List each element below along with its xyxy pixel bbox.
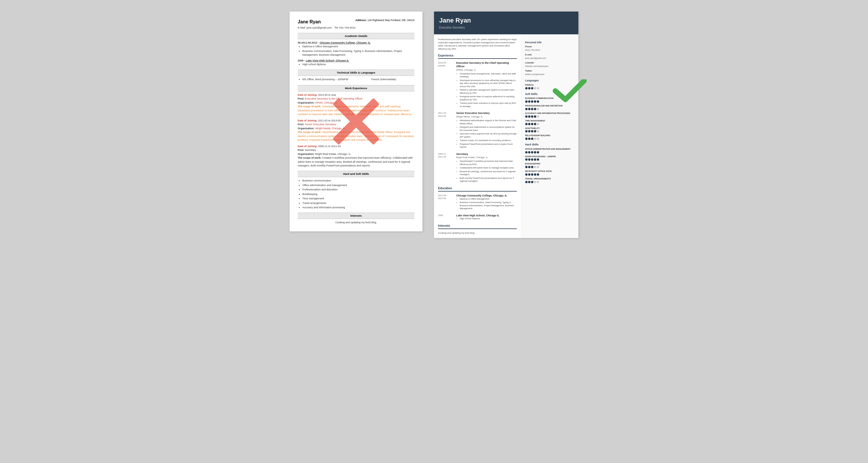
twitter-label: Twitter: [525, 69, 574, 73]
skills-content: MS Office, Word processing – 100WPM Fren…: [298, 77, 414, 82]
interests-right-title: Interests: [438, 224, 517, 229]
exp-entry-2: 2011-02 -2013-05 Senior Executive Secret…: [438, 111, 517, 149]
list-item: Trained junior team members to improve w…: [460, 102, 517, 108]
linkedin-label: LinkedIn: [525, 61, 574, 65]
list-item: Designed and implemented a communication…: [460, 126, 517, 132]
edu-date-1: 2011-09 -2012-06: [438, 194, 454, 211]
list-item: Booked all meetings, conferences and tra…: [460, 170, 517, 176]
left-address: Address: 134 Rightward Way Portland, ME,…: [355, 19, 414, 23]
skill-accuracy: ACCURACY AND INFORMATION PROCESSING: [525, 112, 574, 118]
interests-text: Cooking and updating my food blog.: [298, 221, 414, 225]
skill-word-proc: WORD PROCESSING - 100WPM: [525, 155, 574, 161]
education-title: Education: [438, 186, 517, 192]
exp-entry-3: 2005-11 -2011-03 Secretary Bright Real E…: [438, 152, 517, 184]
skills-section-title: Technical Skills & Languages: [298, 69, 414, 76]
academic-section-title: Academic Details: [298, 33, 414, 39]
list-item: Professionalism and discretion: [302, 188, 414, 192]
exp-date-2: 2011-02 -2013-05: [438, 111, 454, 149]
list-item: Built monthly PowerPoint presentations a…: [460, 177, 517, 183]
skill-travel: TRAVEL ARRANGEMENTS: [525, 177, 574, 183]
edu-entry-1: 2011-09 -2012-06 Chicago Community Colle…: [438, 194, 517, 211]
list-item: Time management: [302, 197, 414, 201]
list-item: Scheduled travel arrangements, interview…: [460, 72, 517, 78]
phone-label: Phone: [525, 45, 574, 48]
list-item: Prepared PowerPoint presentations and co…: [460, 143, 517, 149]
edu-content-2: Lake View High School, Chicago IL High S…: [456, 214, 499, 221]
skill-bookkeeping: BOOKKEEPING: [525, 162, 574, 168]
hard-skills-title: Hard Skills: [525, 143, 574, 146]
phone-value: (541) 754-3010: [525, 49, 574, 52]
list-item: Energized admin team to improve adherenc…: [460, 95, 517, 101]
exp-content-3: Secretary Bright Real Estate, Chicago, I…: [456, 152, 517, 184]
right-resume-body: Professional executive secretary with 10…: [434, 34, 578, 238]
email-label: E-mail: [525, 53, 574, 57]
list-item: Travel arrangements: [302, 201, 414, 205]
skill-business-comm: BUSINESS COMMUNICATION: [525, 97, 574, 103]
list-item: Accuracy and information processing: [302, 206, 414, 210]
exp-date-1: 2013-05 -present: [438, 61, 454, 109]
exp-entry-1: 2013-05 -present Executive Secretary to …: [438, 61, 517, 109]
right-resume: Jane Ryan Executive Secretary Profession…: [434, 11, 578, 238]
soft-skills-title: Soft Skills: [525, 92, 574, 96]
exp-date-3: 2005-11 -2011-03: [438, 152, 454, 184]
summary-text: Professional executive secretary with 10…: [438, 38, 517, 51]
list-item: Improved invoice payment time by 90% by …: [460, 132, 517, 138]
exp-content-2: Senior Executive Secretary Wright Media,…: [456, 111, 517, 149]
work-entry-1: Date of Joining: 2013-05 to now Post: Ex…: [298, 93, 414, 117]
hard-soft-section-title: Hard and Soft Skills: [298, 171, 414, 177]
list-item: Spearheaded 3 workflow processes that im…: [460, 160, 517, 166]
skill-adaptability: ADAPTABILITY: [525, 127, 574, 133]
skill-time-mgmt: TIME MANAGEMENT: [525, 120, 574, 125]
left-contact: E-Mail: jane.ryan@gmail.com Tel: 541-754…: [298, 26, 414, 30]
work-section-title: Work Experience: [298, 85, 414, 92]
exp-content-1: Executive Secretary to the Chief Operati…: [456, 61, 517, 109]
academic-entry-2: 2006 - Lake View High School, Chicago IL…: [298, 59, 414, 67]
right-resume-header: Jane Ryan Executive Secretary: [434, 11, 578, 34]
languages-title: Languages: [525, 79, 574, 82]
experience-title: Experience: [438, 54, 517, 59]
list-item: Collaborated with admin team to manage r…: [460, 166, 517, 170]
skill-ms-office: MICROSOFT OFFICE SUITE: [525, 170, 574, 176]
list-item: Office administration and management: [302, 184, 414, 188]
interests-right-text: Cooking and updating my food blog.: [438, 231, 517, 234]
academic-list-2: High school diploma: [298, 63, 414, 67]
list-item: Piloted a calendar management system to …: [460, 89, 517, 95]
right-resume-main: Professional executive secretary with 10…: [434, 34, 521, 238]
list-item: Business Communication, Data Processing,…: [302, 49, 414, 57]
list-item: Diploma in Office Management: [460, 198, 517, 201]
work-entry-3: Date of Joining: 2005-11 to 2011-03 Post…: [298, 144, 414, 168]
email-value: jane.ryan@gmail.com: [525, 57, 574, 60]
linkedin-value: linkedin.com/in/janeryan: [525, 65, 574, 68]
language-french: French: [525, 84, 574, 90]
hard-soft-skills: Business communication Office administra…: [298, 179, 414, 210]
list-item: Business Communication, Data Processing,…: [460, 201, 517, 210]
skill-professionalism: PROFESSIONALISM AND DISCRETION: [525, 104, 574, 110]
academic-list-1: Diploma in Office Management Business Co…: [298, 45, 414, 57]
list-item: High School Diploma: [460, 217, 499, 221]
list-item: Bookkeeping: [302, 192, 414, 196]
work-entry-2: Date of Joining: 2011-02 to 2013-05 Post…: [298, 119, 414, 142]
list-item: Maintained administrative support to the…: [460, 119, 517, 125]
interests-section-title: Interests: [298, 212, 414, 219]
right-title: Executive Secretary: [439, 26, 573, 30]
right-name: Jane Ryan: [439, 16, 573, 25]
twitter-value: twitter.com/janeryan: [525, 73, 574, 76]
list-item: Developed procedures to more efficiently…: [460, 79, 517, 88]
french-dots: [525, 87, 574, 90]
right-resume-sidebar: Personal Info Phone (541) 754-3010 E-mai…: [521, 34, 578, 238]
personal-info-title: Personal Info: [525, 41, 574, 44]
list-item: High school diploma: [302, 63, 414, 67]
edu-entry-2: 2006 Lake View High School, Chicago IL H…: [438, 214, 517, 221]
edu-content-1: Chicago Community College, Chicago, IL D…: [456, 194, 517, 211]
skill-office-admin: OFFICE ADMINISTRATION AND MANAGEMENT: [525, 148, 574, 154]
list-item: Trained a team of 3 assistants for secre…: [460, 139, 517, 142]
edu-date-2: 2006: [438, 214, 454, 221]
skill-relationship: RELATIONSHIP BUILDING: [525, 134, 574, 140]
list-item: MS Office, Word processing – 100WPM: [302, 77, 348, 81]
academic-entry-1: 09.2011-06.2012 - Chicago Community Coll…: [298, 41, 414, 57]
left-resume: Address: 134 Rightward Way Portland, ME,…: [290, 11, 423, 231]
list-item: Diploma in Office Management: [302, 45, 414, 49]
list-item: Business communication: [302, 179, 414, 183]
